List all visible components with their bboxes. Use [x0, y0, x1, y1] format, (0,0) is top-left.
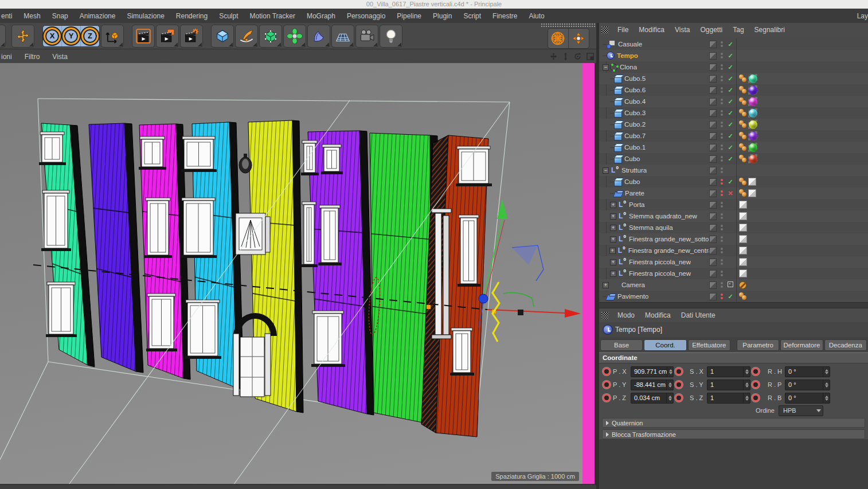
cube-tag[interactable]: [739, 224, 747, 232]
menu-item-modifica[interactable]: Modifica: [634, 26, 670, 34]
visibility-dots[interactable]: [720, 248, 724, 253]
expand-toggle[interactable]: +: [610, 236, 616, 242]
enable-toggle[interactable]: ✓: [726, 293, 734, 300]
enable-toggle[interactable]: ✓: [726, 75, 734, 83]
cube-tag[interactable]: [748, 178, 756, 186]
visibility-dots[interactable]: [720, 41, 724, 47]
om-row-cubo-6[interactable]: Cubo.6✓: [599, 84, 868, 96]
visibility-dots[interactable]: [720, 87, 724, 93]
phong-tag[interactable]: [739, 189, 747, 197]
mograph-button[interactable]: [283, 25, 306, 48]
menu-item-modo[interactable]: Modo: [612, 311, 640, 319]
cube-tag[interactable]: [739, 201, 747, 209]
menu-item-plugin[interactable]: Plugin: [427, 12, 458, 20]
expand-toggle[interactable]: −: [603, 64, 609, 71]
spinner-px[interactable]: [667, 367, 674, 377]
primitive-cube-button[interactable]: [211, 25, 234, 48]
menu-item-oggetti[interactable]: Oggetti: [695, 26, 728, 34]
om-row-casuale[interactable]: Casuale✓: [599, 38, 868, 50]
render-settings-button[interactable]: [180, 25, 203, 48]
om-row-cubo-2[interactable]: Cubo.2✓: [599, 119, 868, 130]
expand-toggle[interactable]: +: [610, 202, 616, 208]
layer-box[interactable]: [709, 132, 717, 140]
material-tag[interactable]: [748, 131, 757, 140]
menu-item-vista[interactable]: Vista: [46, 53, 73, 61]
keyframe-dot-rh[interactable]: [752, 367, 760, 375]
om-row-stemma-aquila[interactable]: +Stemma aquila: [599, 222, 868, 233]
spinner-pz[interactable]: [666, 393, 673, 403]
layer-box[interactable]: [709, 190, 717, 197]
undo-button[interactable]: [0, 25, 6, 48]
visibility-dots[interactable]: [720, 202, 724, 208]
expand-toggle[interactable]: +: [609, 248, 616, 254]
om-row-clona[interactable]: −Clona✓: [599, 61, 868, 73]
visibility-dots[interactable]: [720, 133, 724, 139]
light-button[interactable]: [380, 25, 402, 48]
phong-tag[interactable]: [739, 120, 747, 128]
menu-item-motion-tracker[interactable]: Motion Tracker: [244, 12, 301, 20]
menu-item-mesh[interactable]: Mesh: [18, 12, 46, 20]
menu-item-file[interactable]: File: [612, 26, 634, 34]
layer-box[interactable]: [709, 64, 717, 71]
om-row-cubo[interactable]: Cubo✓: [599, 153, 868, 165]
keyframe-dot-pz[interactable]: [603, 394, 611, 402]
enable-toggle[interactable]: ✕: [726, 190, 734, 197]
om-row-cubo-3[interactable]: Cubo.3✓: [599, 107, 868, 119]
enable-toggle[interactable]: ✓: [726, 178, 734, 186]
menu-item-snap[interactable]: Snap: [46, 12, 74, 20]
layer-box[interactable]: [709, 155, 717, 163]
om-row-cubo-1[interactable]: Cubo.1✓: [599, 142, 868, 153]
material-tag[interactable]: [748, 154, 757, 163]
layer-box[interactable]: [709, 109, 717, 117]
menu-item-mograph[interactable]: MoGraph: [301, 12, 341, 20]
enable-toggle[interactable]: ✓: [726, 121, 734, 128]
spinner-sx[interactable]: [743, 367, 750, 377]
menu-item-animazione[interactable]: Animazione: [74, 12, 122, 20]
lock-y-button[interactable]: Y: [62, 26, 81, 46]
lock-z-button[interactable]: Z: [81, 26, 99, 46]
layer-box[interactable]: [709, 144, 717, 151]
layer-box[interactable]: [709, 201, 717, 209]
phong-tag[interactable]: [739, 75, 747, 83]
menu-item-segnalibri[interactable]: Segnalibri: [749, 26, 790, 34]
om-row-pavimento[interactable]: Pavimento✓: [599, 291, 868, 302]
manager-divider[interactable]: [599, 302, 868, 308]
spinner-sy[interactable]: [743, 380, 750, 390]
wireframe-sphere-button[interactable]: [548, 29, 568, 48]
menu-item-finestre[interactable]: Finestre: [487, 12, 523, 20]
om-row-parete[interactable]: Parete✕: [599, 187, 868, 199]
cube-tag[interactable]: [739, 212, 747, 220]
layer-box[interactable]: [709, 270, 717, 277]
protection-tag[interactable]: [739, 281, 746, 289]
visibility-dots[interactable]: [720, 64, 724, 70]
lock-x-button[interactable]: X: [43, 26, 62, 46]
expand-toggle[interactable]: +: [610, 225, 616, 231]
menu-item-enti[interactable]: enti: [0, 12, 18, 20]
visibility-dots[interactable]: [720, 76, 724, 81]
om-row-stemma-quadrato-new[interactable]: +Stemma quadrato_new: [599, 210, 868, 222]
cube-tag[interactable]: [739, 269, 747, 277]
tab-effettuatore[interactable]: Effettuatore: [688, 339, 730, 351]
subdivision-surface-button[interactable]: [259, 25, 282, 48]
center-axis-button[interactable]: [569, 29, 589, 48]
expand-toggle[interactable]: −: [603, 167, 609, 174]
om-row-camera[interactable]: +Camera: [599, 279, 868, 291]
layer-box[interactable]: [709, 41, 717, 48]
phong-tag[interactable]: [739, 109, 747, 117]
layer-box[interactable]: [709, 281, 717, 289]
tab-parametro[interactable]: Parametro: [737, 339, 779, 351]
om-row-finestra-piccola-new[interactable]: +Finestra piccola_new: [599, 268, 868, 279]
menu-item-filtro[interactable]: Filtro: [18, 53, 46, 61]
keyframe-dot-rb[interactable]: [752, 394, 760, 402]
visibility-dots[interactable]: [720, 122, 724, 127]
phong-tag[interactable]: [739, 97, 747, 105]
layer-box[interactable]: [709, 98, 717, 105]
layer-box[interactable]: [709, 75, 717, 83]
om-row-cubo-7[interactable]: Cubo.7✓: [599, 130, 868, 142]
maximize-icon[interactable]: [586, 52, 595, 61]
cube-tag[interactable]: [748, 189, 756, 197]
palette-handle[interactable]: [541, 23, 596, 28]
palette-grip-icon[interactable]: [601, 26, 609, 34]
enable-toggle[interactable]: ✓: [726, 87, 734, 94]
menu-item-layout-cut[interactable]: Lay: [851, 12, 868, 20]
